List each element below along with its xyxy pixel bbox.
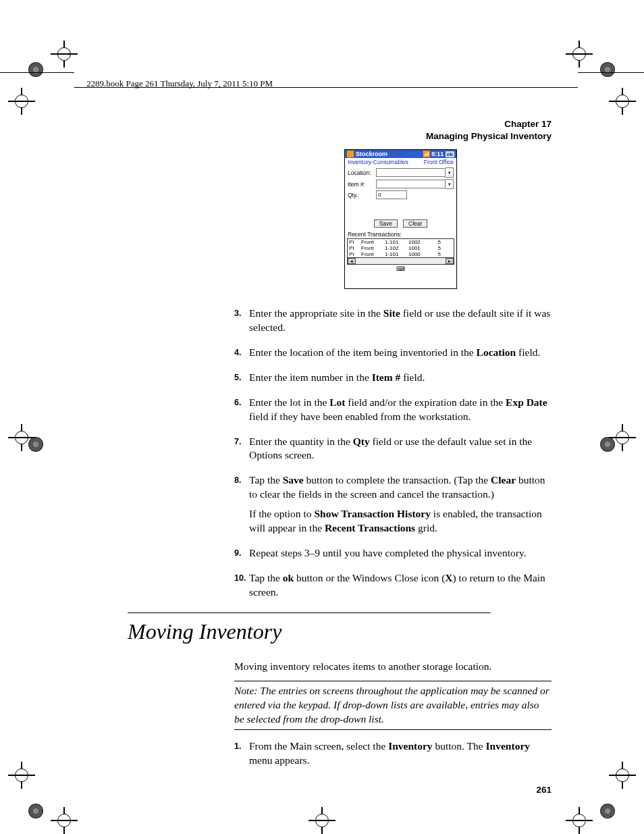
step-text: Enter the lot in the Lot field and/or th… <box>249 396 552 429</box>
step-number: 1. <box>234 739 249 773</box>
table-row: PI Front 1-101 1000 5 <box>348 251 454 257</box>
divider-line <box>0 72 74 73</box>
table-row: PI Front 1-101 1002 5 <box>348 239 454 245</box>
crop-mark <box>566 807 593 834</box>
step-number: 6. <box>234 396 249 429</box>
location-input[interactable] <box>376 168 446 177</box>
step-text: From the Main screen, select the Invento… <box>249 739 552 773</box>
crop-mark <box>308 807 336 834</box>
step-number: 8. <box>234 473 249 541</box>
chapter-header: Chapter 17 Managing Physical Inventory <box>426 118 552 142</box>
crop-mark <box>51 807 78 834</box>
section-body: Moving inventory relocates items to anot… <box>234 660 552 779</box>
step-number: 3. <box>234 307 249 340</box>
note-divider <box>234 729 552 730</box>
screen-subtitle-left: Inventory-Consumables <box>348 159 408 165</box>
step-text: Enter the quantity in the Qty field or u… <box>249 435 552 469</box>
crop-mark <box>8 424 35 451</box>
scroll-left-icon[interactable]: ◂ <box>348 258 356 264</box>
book-stamp: 2289.book Page 261 Thursday, July 7, 201… <box>86 78 273 89</box>
transactions-table: PI Front 1-101 1002 5 PI Front 1-102 100… <box>347 238 454 265</box>
chapter-title: Managing Physical Inventory <box>426 130 552 142</box>
keyboard-icon[interactable]: ⌨ <box>345 265 456 273</box>
app-icon <box>347 151 354 157</box>
crop-mark <box>609 424 636 451</box>
item-input[interactable] <box>376 180 446 188</box>
crop-mark <box>8 762 35 789</box>
qty-label: Qty.: <box>348 192 376 199</box>
item-label: Item #: <box>348 181 376 188</box>
ok-button[interactable]: ok <box>446 151 454 157</box>
step-number: 7. <box>234 435 249 469</box>
step-number: 10. <box>234 571 249 605</box>
horizontal-scrollbar[interactable]: ◂ ▸ <box>348 257 454 264</box>
clear-button[interactable]: Clear <box>403 219 427 228</box>
save-button[interactable]: Save <box>374 219 398 228</box>
note-divider <box>234 681 552 681</box>
note-text: Note: The entries on screens throughout … <box>234 684 552 727</box>
crop-mark <box>609 88 636 115</box>
page-number: 261 <box>536 785 552 795</box>
item-dropdown-icon[interactable]: ▾ <box>446 179 454 189</box>
step-text: Enter the appropriate site in the Site f… <box>249 307 552 340</box>
recent-transactions-label: Recent Transactions: <box>345 231 456 238</box>
step-text: Enter the item number in the Item # fiel… <box>249 371 552 390</box>
clock-text: 8:11 <box>431 151 444 157</box>
location-label: Location: <box>348 170 376 176</box>
section-intro: Moving inventory relocates items to anot… <box>234 660 552 674</box>
step-text: Repeat steps 3–9 until you have complete… <box>249 546 552 566</box>
crop-mark <box>8 88 35 115</box>
signal-icon: 📶 <box>423 151 430 157</box>
step-text: Tap the ok button or the Windows Close i… <box>249 571 552 605</box>
divider-line <box>578 72 644 73</box>
step-text: Enter the location of the item being inv… <box>249 346 552 365</box>
step-number: 5. <box>234 371 249 390</box>
print-mark <box>28 804 43 818</box>
table-row: PI Front 1-102 1001 5 <box>348 245 454 251</box>
crop-mark <box>566 41 593 68</box>
titlebar: Stockroom 📶 8:11 ok <box>345 150 456 158</box>
chapter-label: Chapter 17 <box>426 118 552 130</box>
print-mark <box>600 62 615 77</box>
print-mark <box>600 804 615 818</box>
device-screenshot: Stockroom 📶 8:11 ok Inventory-Consumable… <box>344 149 457 289</box>
section-title: Moving Inventory <box>128 619 281 644</box>
location-dropdown-icon[interactable]: ▾ <box>446 167 454 178</box>
crop-mark <box>609 762 636 789</box>
instruction-list: 3. Enter the appropriate site in the Sit… <box>234 307 552 610</box>
screen-subtitle-right: Front Office <box>424 159 454 165</box>
step-number: 9. <box>234 546 249 566</box>
print-mark <box>28 62 43 77</box>
qty-input[interactable]: 0 <box>376 190 407 199</box>
step-text: Tap the Save button to complete the tran… <box>249 473 552 541</box>
window-title: Stockroom <box>356 151 387 157</box>
scroll-right-icon[interactable]: ▸ <box>446 258 454 264</box>
step-number: 4. <box>234 346 249 365</box>
crop-mark <box>51 41 78 68</box>
section-divider <box>128 613 491 613</box>
